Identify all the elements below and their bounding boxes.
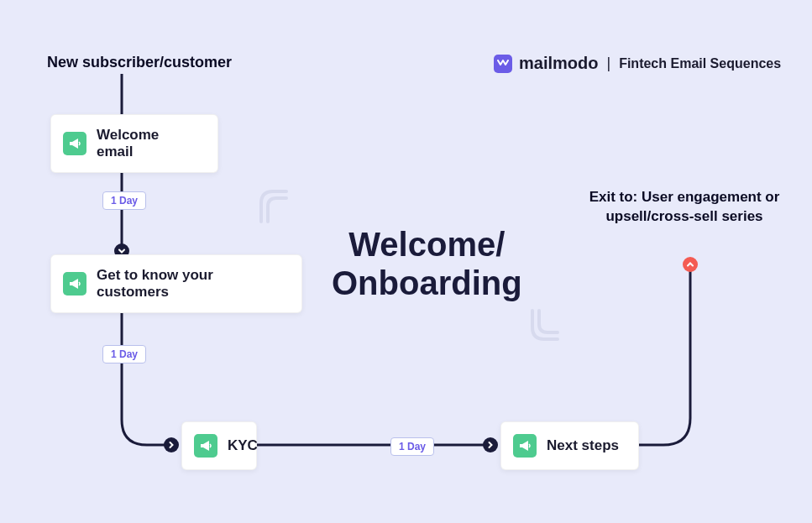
delay-badge-2: 1 Day — [102, 345, 146, 363]
brand-subtitle: Fintech Email Sequences — [619, 56, 781, 71]
exit-label: Exit to: User engagement or upsell/cross… — [588, 188, 781, 227]
brand-name: mailmodo — [519, 54, 598, 73]
decorative-curve-top — [256, 186, 290, 224]
decorative-curve-bottom — [529, 307, 563, 345]
node-next-steps: Next steps — [500, 421, 639, 470]
mailmodo-logo-icon — [494, 55, 512, 73]
node-label: Welcome email — [97, 127, 199, 160]
chevron-right-icon — [164, 437, 179, 452]
node-welcome-email: Welcome email — [50, 114, 218, 173]
megaphone-icon — [513, 434, 537, 458]
chevron-up-icon — [683, 257, 698, 272]
node-label: KYC — [228, 437, 258, 454]
node-label: Next steps — [547, 437, 619, 454]
megaphone-icon — [63, 132, 86, 155]
chevron-right-icon — [483, 437, 498, 452]
megaphone-icon — [63, 272, 86, 295]
node-get-to-know: Get to know your customers — [50, 254, 302, 313]
delay-badge-1: 1 Day — [102, 191, 146, 210]
brand-separator: | — [606, 55, 610, 72]
exit-line1: Exit to: User engagement or — [588, 188, 781, 207]
node-label: Get to know your customers — [97, 267, 283, 301]
flow-title-line2: Onboarding — [332, 264, 522, 302]
node-kyc: KYC — [181, 421, 257, 470]
megaphone-icon — [194, 434, 217, 458]
delay-badge-3: 1 Day — [390, 437, 434, 456]
start-label: New subscriber/customer — [47, 54, 232, 71]
flow-title: Welcome/ Onboarding — [332, 225, 522, 302]
flow-title-line1: Welcome/ — [332, 225, 522, 264]
exit-line2: upsell/cross-sell series — [588, 207, 781, 227]
brand-block: mailmodo | Fintech Email Sequences — [494, 54, 781, 73]
